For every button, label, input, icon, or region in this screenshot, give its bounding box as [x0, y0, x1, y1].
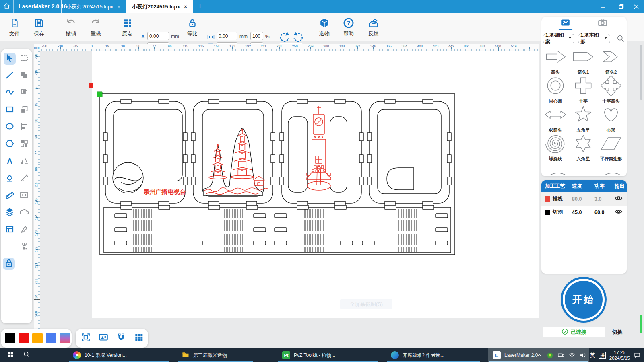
close-button[interactable] [629, 0, 644, 13]
visibility-eye-icon[interactable] [615, 194, 627, 204]
color-swatch-#000000[interactable] [5, 333, 15, 343]
width-input[interactable] [217, 32, 237, 40]
gradient-swatch[interactable] [60, 333, 70, 343]
shape-cross[interactable]: 十字 [570, 74, 596, 104]
color-swatch-#4a7cf0[interactable] [46, 333, 56, 343]
snap-button[interactable] [116, 333, 126, 343]
taskbar-item-2[interactable]: 第三届激光造物 [177, 348, 254, 362]
fit-view-button[interactable] [98, 333, 109, 343]
clock[interactable]: 17:25 2024/5/15 [609, 350, 630, 361]
tool-align[interactable] [18, 121, 30, 133]
feedback-button[interactable]: 反馈 [362, 16, 385, 37]
taskbar-search-button[interactable] [19, 348, 34, 362]
ime-language-indicator[interactable]: 英 [590, 352, 595, 359]
pattern-subcategory-dropdown[interactable]: 1.基本图形 [578, 34, 610, 43]
tool-combine[interactable] [18, 87, 30, 99]
frame-select-button[interactable] [80, 333, 91, 343]
color-swatch-#ffab00[interactable] [32, 333, 43, 343]
tool-weld[interactable] [18, 70, 30, 82]
minimize-button[interactable] [595, 0, 610, 13]
tool-polygon[interactable] [4, 138, 16, 150]
antivirus-tray-icon[interactable] [547, 352, 554, 359]
tool-select[interactable] [4, 53, 16, 65]
new-tab-button[interactable]: + [195, 0, 205, 13]
x-input[interactable] [147, 32, 169, 40]
scrollbar-thumb[interactable] [640, 45, 642, 100]
home-button[interactable] [0, 0, 14, 13]
tab-close-icon[interactable]: × [184, 4, 187, 10]
layer-color-swatch[interactable] [545, 210, 550, 215]
tab-close-icon[interactable]: × [117, 4, 120, 10]
tool-rect[interactable] [4, 104, 16, 116]
pattern-category-dropdown[interactable]: 1.基础图案 [543, 34, 574, 43]
shape-concentric[interactable]: 同心圆 [543, 74, 568, 104]
shape-double-arrow[interactable]: 双箭头 [543, 103, 568, 133]
power-value[interactable]: 60.0 [594, 210, 615, 215]
proportional-lock-button[interactable]: 等比 [181, 16, 204, 37]
tool-line[interactable] [4, 70, 16, 82]
laser-origin-handle[interactable] [89, 83, 93, 88]
file-button[interactable]: 文件 [3, 16, 26, 37]
restore-button[interactable] [613, 0, 629, 13]
visibility-eye-icon[interactable] [615, 208, 627, 217]
tool-clone[interactable] [18, 104, 30, 116]
design-canvas[interactable]: 全屏幕截图(S) 泉州广播电视台 [40, 51, 539, 340]
device-tray-icon[interactable] [557, 352, 565, 359]
origin-button[interactable]: 原点 [116, 16, 138, 37]
shape-star6[interactable]: 六角星 [570, 132, 596, 162]
make-button[interactable]: 造物 [313, 16, 336, 37]
speed-value[interactable]: 80.0 [572, 196, 594, 202]
anchor-handle[interactable] [97, 92, 102, 97]
tool-group[interactable] [18, 138, 30, 150]
shape-spiral[interactable]: 螺旋线 [543, 132, 568, 162]
redo-button[interactable]: 重做 [85, 16, 107, 37]
search-icon[interactable] [617, 35, 625, 43]
color-swatch-#ee1111[interactable] [19, 333, 29, 343]
tool-layers[interactable] [4, 207, 16, 219]
tab-document-1[interactable]: 小夜灯2024515.lcpx × [61, 0, 126, 13]
shape-arrow1[interactable]: 箭头1 [570, 45, 596, 75]
tool-ruler[interactable] [4, 190, 16, 202]
wifi-icon[interactable] [568, 352, 576, 359]
width-percent-input[interactable] [250, 32, 263, 40]
taskbar-item-4[interactable]: 开席版难? 作者带... [386, 348, 480, 362]
shape-star5[interactable]: 五角星 [570, 103, 596, 133]
process-row-切割[interactable]: 切割 45.0 60.0 [541, 206, 627, 219]
layer-color-swatch[interactable] [545, 196, 550, 202]
notification-center-icon[interactable] [634, 352, 641, 359]
tool-dimension[interactable] [18, 190, 30, 202]
tab-document-2-active[interactable]: 小夜灯2024515.lcpx × [126, 0, 193, 13]
tray-expand-icon[interactable] [536, 352, 543, 359]
shape-cross-arrow[interactable]: 十字箭头 [598, 74, 624, 104]
shape-arrow2[interactable]: 箭头2 [598, 45, 624, 75]
grid-toggle-button[interactable] [134, 333, 144, 343]
tool-table[interactable] [4, 224, 16, 236]
shape-heart[interactable]: 心形 [598, 103, 624, 133]
taskbar-item-3[interactable]: PtPvZ Toolkit - 植物... [278, 348, 378, 362]
engraving-text[interactable]: 泉州广播电视台 [143, 188, 186, 195]
tool-mirror[interactable] [18, 156, 30, 168]
rotate-ccw-icon[interactable] [279, 31, 291, 45]
rotate-cw-icon[interactable] [292, 31, 304, 45]
process-row-描线[interactable]: 描线 80.0 3.0 [541, 192, 627, 206]
ime-pinyin-icon[interactable]: 拼 [599, 352, 606, 359]
tool-curve[interactable] [4, 87, 16, 99]
volume-icon[interactable] [579, 352, 586, 359]
tab-camera[interactable] [596, 19, 609, 28]
tool-pen[interactable] [18, 224, 30, 236]
save-button[interactable]: 保存 [28, 16, 50, 37]
speed-value[interactable]: 45.0 [572, 210, 594, 215]
green-scrollbar-thumb[interactable] [640, 315, 642, 333]
tool-marquee[interactable] [18, 53, 30, 65]
tool-angle[interactable] [18, 173, 30, 185]
tool-explode[interactable] [18, 241, 30, 253]
shape-parallelogram[interactable]: 平行四边形 [598, 132, 624, 162]
power-value[interactable]: 3.0 [594, 196, 615, 202]
canvas-lock-button[interactable] [3, 258, 15, 270]
start-menu-button[interactable] [3, 348, 18, 362]
shape-arrow[interactable]: 箭头 [543, 45, 568, 75]
start-button[interactable]: 开始 [563, 279, 605, 321]
tool-text[interactable]: A [4, 156, 16, 168]
taskbar-item-1[interactable]: 10-1 秉塚 Version... [68, 348, 169, 362]
switch-device-button[interactable]: 切换 [609, 327, 626, 337]
